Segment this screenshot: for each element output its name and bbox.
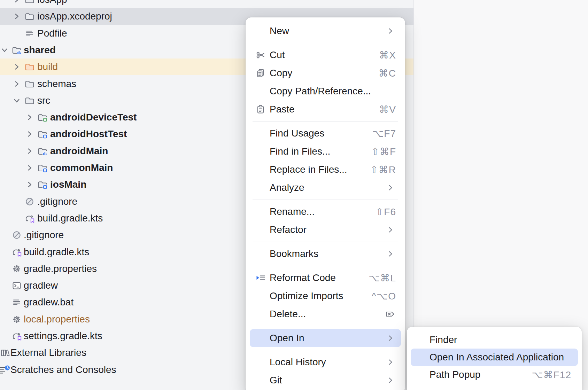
menu-separator — [253, 242, 398, 242]
menu-item-rename[interactable]: Rename...⇧F6 — [250, 203, 401, 221]
submenu-arrow-icon — [386, 226, 395, 234]
tree-item-label: build.gradle.kts — [24, 244, 89, 260]
menu-item-label: Find Usages — [270, 124, 324, 142]
menu-item-copy[interactable]: Copy⌘C — [250, 64, 401, 82]
menu-separator — [253, 43, 398, 43]
folder-module-icon — [11, 45, 22, 55]
tree-item-label: iosApp — [37, 0, 67, 8]
tree-item-label: local.properties — [24, 311, 90, 328]
tree-item-iosapp[interactable]: iosApp — [0, 0, 413, 8]
menu-item-shortcut: ^⌥O — [372, 287, 396, 305]
open-in-submenu: FinderOpen In Associated ApplicationPath… — [407, 327, 582, 390]
chevron-right-icon[interactable] — [12, 12, 21, 21]
menu-item-cut[interactable]: Cut⌘X — [250, 46, 401, 64]
copy-icon — [255, 68, 266, 78]
menu-item-refactor[interactable]: Refactor — [250, 221, 401, 239]
menu-item-label: Cut — [270, 46, 285, 64]
tree-item-label: shared — [24, 42, 56, 58]
menu-item-open-in[interactable]: Open In — [250, 329, 401, 347]
tree-item-label: External Libraries — [10, 344, 86, 361]
folder-source-blue-icon — [37, 129, 48, 139]
tree-item-label: src — [37, 92, 50, 109]
folder-source-blue-icon — [37, 179, 48, 190]
menu-separator — [253, 121, 398, 122]
chevron-right-icon[interactable] — [25, 113, 34, 122]
menu-item-bookmarks[interactable]: Bookmarks — [250, 245, 401, 263]
ignored-file-icon — [24, 196, 35, 207]
gear-icon — [11, 314, 22, 325]
menu-item-analyze[interactable]: Analyze — [250, 179, 401, 197]
menu-item-shortcut: ⇧⌘F — [371, 142, 396, 161]
menu-separator — [253, 350, 398, 350]
folder-icon — [24, 11, 35, 22]
tree-item-label: gradle.properties — [24, 260, 97, 277]
folder-module-icon — [37, 146, 48, 156]
chevron-down-icon[interactable] — [0, 46, 9, 55]
menu-item-shortcut: ⌥⌘L — [369, 269, 396, 287]
menu-item-label: Find in Files... — [270, 142, 330, 161]
menu-item-paste[interactable]: Paste⌘V — [250, 100, 401, 118]
chevron-right-icon[interactable] — [25, 180, 34, 189]
menu-item-delete[interactable]: Delete... — [250, 305, 401, 323]
menu-item-label: Refactor — [270, 221, 307, 239]
submenu-item-label: Open In Associated Application — [430, 349, 564, 366]
gradle-kotlin-icon — [24, 213, 35, 224]
file-lines-icon — [24, 28, 35, 39]
scratches-icon — [0, 365, 10, 375]
menu-item-optimize-imports[interactable]: Optimize Imports^⌥O — [250, 287, 401, 305]
menu-separator — [253, 200, 398, 200]
folder-icon — [24, 0, 35, 5]
menu-item-find-in-files[interactable]: Find in Files...⇧⌘F — [250, 142, 401, 161]
menu-item-label: Open In — [270, 329, 304, 347]
gradle-kotlin-icon — [11, 247, 22, 257]
menu-item-reformat-code[interactable]: Reformat Code⌥⌘L — [250, 269, 401, 287]
submenu-arrow-icon — [386, 250, 395, 258]
menu-item-find-usages[interactable]: Find Usages⌥F7 — [250, 124, 401, 142]
submenu-arrow-icon — [386, 358, 395, 366]
tree-item-label: androidMain — [50, 143, 108, 159]
menu-item-shortcut: ⇧⌘R — [370, 161, 396, 179]
submenu-arrow-icon — [386, 334, 395, 342]
terminal-icon — [11, 280, 22, 291]
submenu-item-label: Path Popup — [430, 366, 480, 383]
menu-separator — [253, 326, 398, 326]
chevron-right-icon[interactable] — [25, 130, 34, 139]
menu-item-shortcut: ⌘V — [379, 100, 396, 118]
tree-item-label: Scratches and Consoles — [10, 361, 116, 378]
submenu-item-label: Finder — [430, 331, 457, 349]
menu-item-label: Git — [270, 371, 282, 389]
menu-item-local-history[interactable]: Local History — [250, 353, 401, 371]
submenu-item-open-in-associated-application[interactable]: Open In Associated Application — [411, 349, 578, 366]
tree-item-label: iosMain — [50, 176, 86, 193]
tree-item-label: androidHostTest — [50, 126, 127, 142]
chevron-down-icon[interactable] — [12, 96, 21, 105]
tree-item-label: build.gradle.kts — [37, 210, 103, 227]
chevron-right-icon[interactable] — [12, 79, 21, 88]
menu-item-shortcut: ⌘C — [379, 64, 396, 82]
gradle-kotlin-icon — [11, 331, 22, 341]
menu-item-shortcut: ⌘X — [379, 46, 396, 64]
chevron-right-icon[interactable] — [25, 147, 34, 156]
folder-icon — [24, 95, 35, 106]
menu-item-git[interactable]: Git — [250, 371, 401, 389]
gear-icon — [11, 264, 22, 274]
menu-item-label: New — [270, 22, 289, 40]
chevron-right-icon[interactable] — [25, 163, 34, 172]
menu-item-replace-in-files[interactable]: Replace in Files...⇧⌘R — [250, 161, 401, 179]
menu-item-label: Rename... — [270, 203, 315, 221]
menu-item-shortcut: ⌥F7 — [372, 124, 396, 142]
folder-build-icon — [24, 62, 35, 72]
tree-item-label: Podfile — [37, 25, 67, 42]
tree-item-label: .gitignore — [37, 193, 77, 210]
scissors-icon — [255, 50, 266, 60]
submenu-item-path-popup[interactable]: Path Popup⌥⌘F12 — [411, 366, 578, 383]
menu-item-copy-path-reference[interactable]: Copy Path/Reference... — [250, 82, 401, 100]
tree-item-label: gradlew — [24, 277, 58, 294]
file-lines-icon — [11, 297, 22, 307]
chevron-right-icon[interactable] — [12, 0, 21, 4]
submenu-arrow-icon — [386, 184, 395, 192]
menu-item-new[interactable]: New — [250, 22, 401, 40]
menu-item-label: Replace in Files... — [270, 161, 347, 179]
submenu-item-finder[interactable]: Finder — [411, 331, 578, 349]
chevron-right-icon[interactable] — [12, 62, 21, 71]
